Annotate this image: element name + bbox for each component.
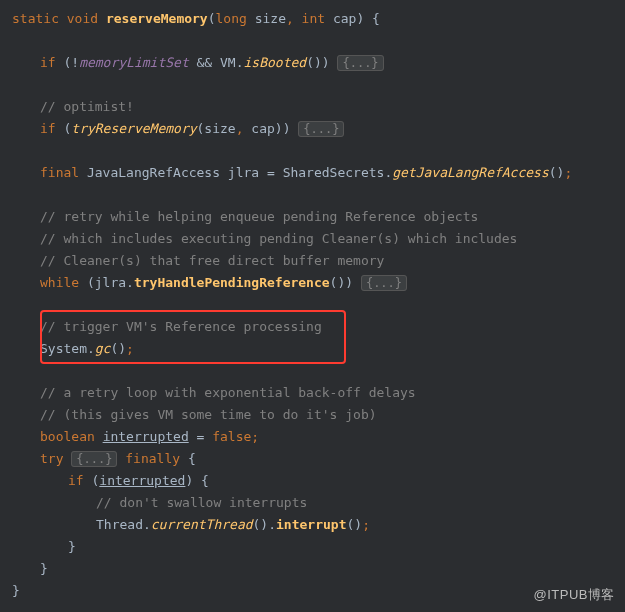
- blank-line: [12, 74, 625, 96]
- code-line: }: [12, 536, 625, 558]
- comment-line: // Cleaner(s) that free direct buffer me…: [12, 250, 625, 272]
- code-line: if (tryReserveMemory(size, cap)) {...}: [12, 118, 625, 140]
- fold-icon[interactable]: {...}: [298, 121, 344, 137]
- watermark: @ITPUB博客: [534, 584, 615, 606]
- fold-icon[interactable]: {...}: [361, 275, 407, 291]
- code-line: static void reserveMemory(long size, int…: [12, 8, 625, 30]
- code-line: while (jlra.tryHandlePendingReference())…: [12, 272, 625, 294]
- blank-line: [12, 184, 625, 206]
- fold-icon[interactable]: {...}: [337, 55, 383, 71]
- blank-line: [12, 30, 625, 52]
- comment-line: // optimist!: [12, 96, 625, 118]
- comment-line: // don't swallow interrupts: [12, 492, 625, 514]
- comment-line: // a retry loop with exponential back-of…: [12, 382, 625, 404]
- comment-line: // retry while helping enqueue pending R…: [12, 206, 625, 228]
- code-line: }: [12, 558, 625, 580]
- comment-line: // trigger VM's Reference processing: [12, 316, 625, 338]
- blank-line: [12, 360, 625, 382]
- code-line: System.gc();: [12, 338, 625, 360]
- code-line: boolean interrupted = false;: [12, 426, 625, 448]
- fold-icon[interactable]: {...}: [71, 451, 117, 467]
- comment-line: // which includes executing pending Clea…: [12, 228, 625, 250]
- code-line: Thread.currentThread().interrupt();: [12, 514, 625, 536]
- code-line: final JavaLangRefAccess jlra = SharedSec…: [12, 162, 625, 184]
- blank-line: [12, 294, 625, 316]
- code-line: try {...} finally {: [12, 448, 625, 470]
- code-line: if (!memoryLimitSet && VM.isBooted()) {.…: [12, 52, 625, 74]
- comment-line: // (this gives VM some time to do it's j…: [12, 404, 625, 426]
- code-line: if (interrupted) {: [12, 470, 625, 492]
- code-block: static void reserveMemory(long size, int…: [0, 0, 625, 602]
- blank-line: [12, 140, 625, 162]
